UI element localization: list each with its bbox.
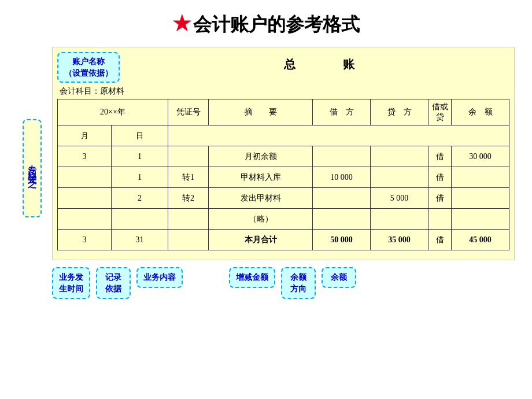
cell-1-0	[58, 167, 112, 188]
bubble-line2: （设置依据）	[64, 69, 113, 77]
cell-3-6	[428, 209, 452, 230]
table-row: 1转1甲材料入库10 000借	[58, 167, 509, 188]
cell-3-5	[371, 209, 428, 230]
star-icon: ★	[172, 12, 191, 35]
cell-0-4	[313, 146, 371, 167]
cell-1-3: 甲材料入库	[209, 167, 313, 188]
header-month: 月	[58, 125, 112, 146]
cell-3-1	[112, 209, 168, 230]
cell-1-5	[371, 167, 428, 188]
ledger-title: 总 账	[137, 52, 509, 72]
bottom-labels: 业务发 生时间记录 依据业务内容增减金额余额 方向余额	[52, 267, 515, 299]
cell-2-2: 转2	[168, 188, 209, 209]
cell-4-7: 45 000	[452, 230, 509, 250]
cell-2-1: 2	[112, 188, 168, 209]
table-row: 2转2发出甲材料5 000借	[58, 188, 509, 209]
cell-4-2	[168, 230, 209, 250]
header-debit: 借 方	[313, 99, 371, 125]
table-header-row: 20××年 凭证号 摘 要 借 方 贷 方 借或贷 余 额	[58, 99, 509, 125]
table-body: 31月初余额借30 0001转1甲材料入库10 000借2转2发出甲材料5 00…	[58, 146, 509, 250]
header-day: 日	[112, 125, 168, 146]
cell-0-6: 借	[428, 146, 452, 167]
page-title: ★会计账户的参考格式	[172, 14, 360, 35]
ledger-table: 20××年 凭证号 摘 要 借 方 贷 方 借或贷 余 额 月 日	[57, 99, 509, 250]
cell-3-7	[452, 209, 509, 230]
header-summary: 摘 要	[209, 99, 313, 125]
content-area: 账户名称 （设置依据） 总 账 会计科目：原材料 20××年 凭证号 摘 要 借…	[52, 47, 515, 260]
header-credit: 贷 方	[371, 99, 428, 125]
account-name-bubble: 账户名称 （设置依据）	[57, 52, 120, 83]
amount-label: 增减金额	[229, 267, 275, 288]
time-label: 业务发 生时间	[52, 267, 90, 299]
cell-2-6: 借	[428, 188, 452, 209]
cell-3-4	[313, 209, 371, 230]
cell-0-0: 3	[58, 146, 112, 167]
direction-label: 余额 方向	[281, 267, 316, 299]
cell-4-6: 借	[428, 230, 452, 250]
table-row: （略）	[58, 209, 509, 230]
cell-2-0	[58, 188, 112, 209]
cell-0-5	[371, 146, 428, 167]
table-subheader-row: 月 日	[58, 125, 509, 146]
side-label-text: 专门格式之一	[27, 158, 38, 179]
side-label-box: 专门格式之一	[17, 47, 46, 260]
cell-0-2	[168, 146, 209, 167]
side-label: 专门格式之一	[23, 119, 42, 217]
cell-2-7	[452, 188, 509, 209]
cell-2-4	[313, 188, 371, 209]
main-wrapper: 专门格式之一 账户名称 （设置依据） 总 账 会计科目：原材料 20××年	[17, 47, 515, 260]
cell-4-1: 31	[112, 230, 168, 250]
cell-3-0	[58, 209, 112, 230]
record-label: 记录 依据	[96, 267, 131, 299]
cell-4-4: 50 000	[313, 230, 371, 250]
cell-3-3: （略）	[209, 209, 313, 230]
header-year: 20××年	[58, 99, 168, 125]
title-area: ★会计账户的参考格式	[17, 12, 515, 38]
cell-2-5: 5 000	[371, 188, 428, 209]
table-row: 31月初余额借30 000	[58, 146, 509, 167]
cell-2-3: 发出甲材料	[209, 188, 313, 209]
content-label: 业务内容	[136, 267, 183, 288]
header-row: 账户名称 （设置依据） 总 账	[57, 52, 509, 83]
cell-3-2	[168, 209, 209, 230]
header-sub-spacer	[168, 125, 509, 146]
cell-0-7: 30 000	[452, 146, 509, 167]
table-row: 331本月合计50 00035 000借45 000	[58, 230, 509, 250]
balance-label: 余额	[322, 267, 356, 288]
cell-1-7	[452, 167, 509, 188]
account-subject: 会计科目：原材料	[57, 86, 509, 97]
cell-4-5: 35 000	[371, 230, 428, 250]
cell-1-1: 1	[112, 167, 168, 188]
cell-0-1: 1	[112, 146, 168, 167]
header-balance: 余 额	[452, 99, 509, 125]
cell-4-0: 3	[58, 230, 112, 250]
cell-4-3: 本月合计	[209, 230, 313, 250]
cell-1-6: 借	[428, 167, 452, 188]
header-dc: 借或贷	[428, 99, 452, 125]
cell-0-3: 月初余额	[209, 146, 313, 167]
bubble-line1: 账户名称	[72, 57, 105, 66]
page: ★会计账户的参考格式 专门格式之一 账户名称 （设置依据） 总 账 会计科目：原…	[0, 0, 532, 399]
header-voucher: 凭证号	[168, 99, 209, 125]
cell-1-4: 10 000	[313, 167, 371, 188]
cell-1-2: 转1	[168, 167, 209, 188]
